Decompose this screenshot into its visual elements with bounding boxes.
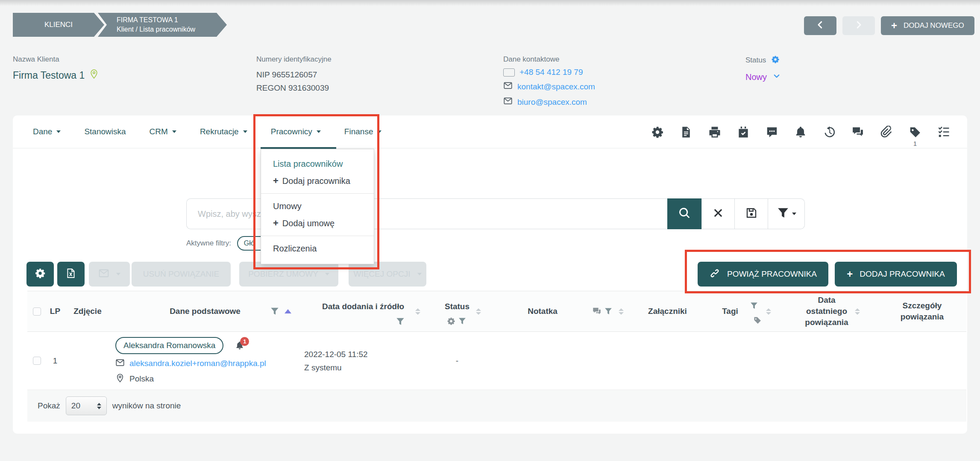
breadcrumb-current[interactable]: FIRMA TESTOWA 1 Klient / Lista pracownik… xyxy=(98,13,227,37)
history-icon[interactable] xyxy=(823,126,836,139)
status-settings-gear-icon[interactable] xyxy=(771,55,780,65)
menu-divider xyxy=(261,236,374,236)
tab-pracownicy[interactable]: Pracownicy xyxy=(271,127,321,136)
table-header-row: LP Zdjęcie Dane podstawowe Data dodania … xyxy=(27,291,966,332)
header-tags[interactable]: Tagi xyxy=(707,291,775,331)
menu-item-rozliczenia[interactable]: Rozliczenia xyxy=(261,240,374,257)
sort-icon[interactable] xyxy=(766,308,771,315)
search-input[interactable] xyxy=(186,198,667,229)
tags-icon[interactable] xyxy=(753,316,762,325)
menu-item-lista-pracownikow[interactable]: Lista pracowników xyxy=(261,155,374,172)
breadcrumb-clients[interactable]: KLIENCI xyxy=(13,13,104,37)
bell-icon[interactable] xyxy=(794,126,807,139)
calendar-icon[interactable] xyxy=(737,126,750,139)
document-icon[interactable] xyxy=(680,126,692,139)
settings-icon[interactable] xyxy=(651,126,664,139)
filter-funnel-icon[interactable] xyxy=(270,307,279,316)
page-size-select[interactable]: 20 xyxy=(66,396,107,415)
previous-record-button[interactable] xyxy=(804,16,836,35)
add-new-label: DODAJ NOWEGO xyxy=(904,21,964,30)
chevron-left-icon xyxy=(816,20,825,31)
notification-bell-icon[interactable]: 1 xyxy=(235,341,244,350)
client-phone-link[interactable]: +48 54 412 19 79 xyxy=(519,68,583,77)
comments-icon[interactable] xyxy=(851,126,864,139)
tags-icon[interactable]: 1 xyxy=(909,126,921,139)
client-email-secondary-link[interactable]: biuro@spacex.com xyxy=(517,98,587,107)
location-pin-icon[interactable] xyxy=(89,69,99,82)
top-shadow xyxy=(0,0,980,6)
sort-ascending-icon[interactable] xyxy=(285,309,291,313)
caret-down-icon xyxy=(377,130,381,133)
tasks-icon[interactable] xyxy=(937,126,950,139)
spinner-arrows-icon xyxy=(97,403,101,409)
more-options-button[interactable]: WIĘCEJ OPCJI xyxy=(349,262,426,287)
caret-down-icon xyxy=(417,273,422,275)
row-checkbox[interactable] xyxy=(33,357,41,365)
status-gear-icon[interactable] xyxy=(447,317,455,325)
download-contracts-button[interactable]: POBIERZ UMOWY xyxy=(239,262,338,287)
link-employee-button[interactable]: POWIĄŻ PRACOWNIKA xyxy=(698,262,828,287)
header-link-details[interactable]: Szczegóły powiązania xyxy=(878,291,966,331)
header-attachments[interactable]: Załączniki xyxy=(628,291,707,331)
attachment-icon[interactable] xyxy=(880,126,893,139)
menu-item-umowy[interactable]: Umowy xyxy=(261,198,374,215)
table-settings-button[interactable] xyxy=(26,262,54,287)
envelope-icon xyxy=(98,268,109,281)
search-icon xyxy=(678,207,691,221)
employee-email-link[interactable]: aleksandra.koziel+roman@hrappka.pl xyxy=(129,359,266,368)
caret-down-icon xyxy=(317,130,321,133)
ids-label: Numery identyfikacyjne xyxy=(256,55,332,64)
filter-funnel-icon[interactable] xyxy=(396,317,405,326)
remove-link-button[interactable]: USUŃ POWIĄZANIE xyxy=(132,262,231,287)
header-basic-data[interactable]: Dane podstawowe xyxy=(111,291,299,331)
select-all-checkbox[interactable] xyxy=(33,307,41,316)
sort-icon[interactable] xyxy=(619,308,624,315)
tab-rekrutacje[interactable]: Rekrutacje xyxy=(200,127,247,136)
add-new-button[interactable]: + DODAJ NOWEGO xyxy=(881,16,974,35)
filter-funnel-icon[interactable] xyxy=(604,307,613,316)
caret-down-icon xyxy=(116,273,120,275)
tab-stanowiska[interactable]: Stanowiska xyxy=(84,127,126,136)
menu-item-dodaj-pracownika[interactable]: + Dodaj pracownika xyxy=(261,172,374,189)
sort-icon[interactable] xyxy=(415,308,420,315)
tab-crm[interactable]: CRM xyxy=(150,127,176,136)
printer-icon[interactable] xyxy=(708,126,721,139)
header-lp[interactable]: LP xyxy=(46,291,64,331)
menu-divider xyxy=(261,193,374,194)
filter-funnel-icon[interactable] xyxy=(750,301,758,310)
header-date-added[interactable]: Data dodania i źródło xyxy=(299,291,427,331)
next-record-button[interactable] xyxy=(842,16,875,35)
client-name-value[interactable]: Firma Testowa 1 xyxy=(13,70,85,81)
save-filter-button[interactable] xyxy=(735,198,768,229)
header-note[interactable]: Notatka xyxy=(487,291,628,331)
chat-icon[interactable] xyxy=(766,126,778,139)
tag-count-badge: 1 xyxy=(913,140,917,147)
tab-finanse[interactable]: Finanse xyxy=(344,127,382,136)
client-email-primary-link[interactable]: kontakt@spacex.com xyxy=(517,82,595,92)
sort-icon[interactable] xyxy=(855,308,860,315)
tab-bar: Dane Stanowiska CRM Rekrutacje Pracownic… xyxy=(33,115,381,148)
sort-icon[interactable] xyxy=(476,308,481,315)
menu-item-dodaj-umowe[interactable]: + Dodaj umowę xyxy=(261,215,374,232)
comments-icon[interactable] xyxy=(592,307,601,316)
header-last-link-date[interactable]: Data ostatniego powiązania xyxy=(775,291,878,331)
export-excel-button[interactable] xyxy=(57,262,85,287)
table-footer: Pokaż 20 wyników na stronie xyxy=(27,390,966,422)
add-employee-button[interactable]: + DODAJ PRACOWNIKA xyxy=(835,262,957,287)
send-email-button[interactable] xyxy=(89,262,130,287)
search-button[interactable] xyxy=(667,198,701,229)
status-dropdown[interactable]: Nowy xyxy=(745,72,780,82)
breadcrumb-current-subtitle: Klient / Lista pracowników xyxy=(117,25,227,34)
excel-export-icon xyxy=(65,268,76,281)
tab-dane[interactable]: Dane xyxy=(33,127,61,136)
client-name-block: Nazwa Klienta Firma Testowa 1 xyxy=(13,55,99,82)
chevron-down-icon xyxy=(773,72,780,82)
filter-funnel-icon[interactable] xyxy=(458,317,467,325)
filter-dropdown-button[interactable] xyxy=(768,198,805,229)
employee-name-pill[interactable]: Aleksandra Romanowska xyxy=(115,337,223,354)
employees-table: LP Zdjęcie Dane podstawowe Data dodania … xyxy=(27,291,966,422)
header-photo[interactable]: Zdjęcie xyxy=(64,291,111,331)
clear-search-button[interactable] xyxy=(701,198,735,229)
header-status[interactable]: Status xyxy=(427,291,487,331)
plus-icon: + xyxy=(273,218,279,229)
